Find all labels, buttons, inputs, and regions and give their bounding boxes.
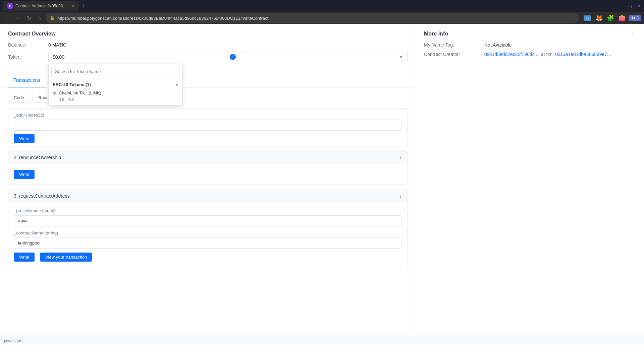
name-tag-value: Not Available [484,42,512,48]
token-row: Token: $0.00 1 ▼ ERC-20 T [8,52,408,62]
section2-number: 2. [14,155,18,160]
contract-name-input[interactable] [14,237,402,249]
contract-content: _addr (bytes32) Write 2. renounceOwnersh… [0,108,416,345]
section1-write-button[interactable]: Write [14,134,35,143]
token-label: Token: [8,54,48,60]
creator-row: Contract Creator: 0x61d5edd2ec22f190dc..… [424,52,636,57]
window-minimize[interactable]: ─ [626,3,629,9]
section3-request-contract-address: 3. requestContractAddress ↓ _projectName… [8,189,408,267]
right-panel: More Info ⋮ My Name Tag: Not Available C… [416,24,644,345]
section3-body: _projectName (string) _contractName (str… [8,203,407,267]
token-value: $0.00 [53,54,64,60]
addr-field-input[interactable] [14,120,402,131]
addr-field-label: _addr (bytes32) [14,113,402,118]
ext-puzzle[interactable]: 🧩 [606,13,615,23]
balance-value: 0 MATIC [48,42,66,48]
brave-wallet[interactable]: 🦊 [594,13,604,23]
token-group-chevron: ≡ [175,82,178,87]
token-dropdown-panel: ERC-20 Tokens (1) ≡ ChainLink To... (LIN… [48,64,182,105]
view-transaction-button[interactable]: View your transaction [40,253,92,262]
token-item-amount: 3.9 LINK [59,97,74,102]
project-name-input[interactable] [14,215,402,226]
section2-chevron-icon: ↓ [399,154,402,160]
creator-txn-link[interactable]: 0x13a1e81dba386889e7... [555,52,611,57]
name-tag-row: My Name Tag: Not Available [424,42,636,48]
project-name-label: _projectName (string) [14,208,402,213]
token-group-erc20: ERC-20 Tokens (1) ≡ ChainLink To... (LIN… [49,79,182,105]
section3-header[interactable]: 3. requestContractAddress ↓ [8,189,407,203]
at-txn-text: at txn [541,52,552,57]
lock-icon: 🔒 [50,16,55,20]
section2-write-button[interactable]: Write [14,170,35,179]
token-item-link[interactable]: ChainLink To... (LINK) [53,89,178,97]
tab-favicon: P [7,3,13,9]
address-bar[interactable]: 🔒 https://mumbai.polygonscan.com/address… [46,13,579,23]
token-group-label: ERC-20 Tokens (1) [53,82,91,87]
name-tag-label: My Name Tag: [424,42,484,48]
window-close[interactable]: ✕ [637,3,641,9]
section3-write-button[interactable]: Write [14,253,35,262]
section2-header[interactable]: 2. renounceOwnership ↓ [8,150,407,164]
url-text: https://mumbai.polygonscan.com/address/0… [57,16,268,21]
nav-back-button[interactable]: ← [3,13,12,23]
creator-address-link[interactable]: 0x61d5edd2ec22f190dc... [484,52,538,57]
dropdown-arrow-icon: ▼ [399,55,403,59]
balance-label: Balance: [8,42,48,48]
section2-name: renounceOwnership [19,155,61,160]
token-item-name: ChainLink To... (LINK) [59,90,101,95]
bookmark-button[interactable]: ☆ [35,13,44,23]
brave-shield[interactable]: 🛡 [583,13,592,23]
token-search-input[interactable] [51,67,179,76]
nav-refresh-button[interactable]: ↻ [24,13,34,23]
section2-renounce-ownership: 2. renounceOwnership ↓ Write [8,150,408,185]
section2-body: Write [8,164,407,184]
token-group-header[interactable]: ERC-20 Tokens (1) ≡ [53,82,178,87]
bottom-bar-text: javascript:; [4,338,23,343]
section3-chevron-icon: ↓ [399,193,402,199]
tab-transactions[interactable]: Transactions [8,73,46,87]
page-content: Contract Overview Balance: 0 MATIC Token… [0,24,644,345]
browser-nav: ← → ↻ ☆ 🔒 https://mumbai.polygonscan.com… [0,12,644,24]
token-dropdown-button[interactable]: $0.00 1 ▼ [48,52,408,62]
more-info: More Info ⋮ My Name Tag: Not Available C… [416,24,644,68]
contract-name-label: _contractName (string) [14,230,402,235]
token-search [49,64,182,79]
new-tab-button[interactable]: + [82,2,86,10]
bottom-bar: javascript:; [0,336,644,345]
ext-wallet2[interactable]: 👛 [617,13,627,23]
section3-number: 3. [14,193,18,199]
browser-chrome: P Contract Address 0x05d98BaD04... × + ─… [0,0,644,24]
nav-forward-button[interactable]: → [13,13,23,23]
tab-title: Contract Address 0x05d98BaD04... [15,4,69,8]
left-panel: Contract Overview Balance: 0 MATIC Token… [0,24,416,345]
window-maximize[interactable]: ▢ [631,3,635,9]
section3-name: requestContractAddress [19,193,70,199]
token-dropdown-wrapper: $0.00 1 ▼ ERC-20 Tokens (1) ≡ [48,52,408,62]
tab-close-button[interactable]: × [72,3,74,9]
contract-overview-title: Contract Overview [8,31,408,37]
more-info-menu-button[interactable]: ⋮ [630,31,636,38]
section1-partial: _addr (bytes32) Write [0,108,416,150]
shield-badge: 🛡 [584,15,591,21]
browser-tabs: P Contract Address 0x05d98BaD04... × + ─… [0,0,644,12]
token-status-dot [53,91,56,95]
contract-overview: Contract Overview Balance: 0 MATIC Token… [0,24,416,73]
token-count-badge: 1 [230,54,236,60]
creator-label: Contract Creator: [424,52,484,57]
more-info-title: More Info [424,31,636,37]
balance-row: Balance: 0 MATIC [8,42,408,48]
ext-count[interactable]: 🕶 3 [629,15,641,21]
code-button[interactable]: Code [8,93,30,102]
browser-extensions: 🛡 🦊 🧩 👛 🕶 3 [583,13,641,23]
browser-tab-active[interactable]: P Contract Address 0x05d98BaD04... × [3,1,79,11]
